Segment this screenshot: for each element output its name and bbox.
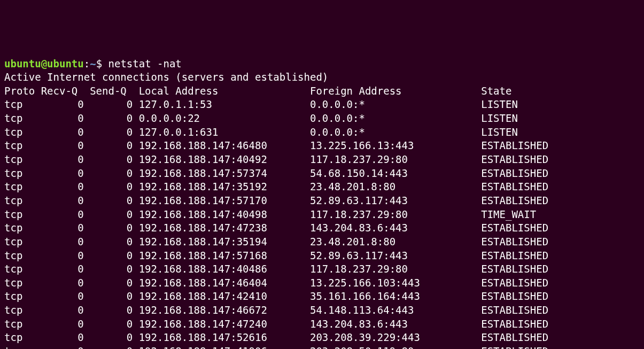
connection-row: tcp 0 0 192.168.188.147:57374 54.68.150.… <box>4 167 640 181</box>
prompt-user: ubuntu <box>4 58 41 69</box>
connection-row: tcp 0 0 192.168.188.147:46672 54.148.113… <box>4 304 640 317</box>
connection-row: tcp 0 0 192.168.188.147:42410 35.161.166… <box>4 290 640 304</box>
connection-row: tcp 0 0 192.168.188.147:57170 52.89.63.1… <box>4 194 640 208</box>
connection-row: tcp 0 0 192.168.188.147:40492 117.18.237… <box>4 153 640 167</box>
connection-row: tcp 0 0 192.168.188.147:47238 143.204.83… <box>4 221 640 235</box>
connection-row: tcp 0 0 192.168.188.147:46404 13.225.166… <box>4 276 640 290</box>
terminal-output[interactable]: ubuntu@ubuntu:~$ netstat -natActive Inte… <box>4 57 640 349</box>
columns-header: Proto Recv-Q Send-Q Local Address Foreig… <box>4 84 640 98</box>
connection-row: tcp 0 0 192.168.188.147:47240 143.204.83… <box>4 317 640 331</box>
connection-row: tcp 0 0 127.0.0.1:631 0.0.0.0:* LISTEN <box>4 126 640 139</box>
connection-row: tcp 0 0 192.168.188.147:46480 13.225.166… <box>4 139 640 153</box>
connection-row: tcp 0 0 0.0.0.0:22 0.0.0.0:* LISTEN <box>4 112 640 126</box>
prompt-at: @ <box>41 58 47 69</box>
prompt-colon: : <box>84 58 90 69</box>
command-text: netstat -nat <box>108 58 182 69</box>
connection-row: tcp 0 0 192.168.188.147:57168 52.89.63.1… <box>4 249 640 263</box>
connections-header: Active Internet connections (servers and… <box>4 71 640 84</box>
connection-row: tcp 0 0 192.168.188.147:41906 203.208.50… <box>4 345 640 349</box>
connection-row: tcp 0 0 192.168.188.147:35194 23.48.201.… <box>4 235 640 249</box>
prompt-host: ubuntu <box>47 58 84 69</box>
connection-row: tcp 0 0 192.168.188.147:40498 117.18.237… <box>4 208 640 222</box>
prompt-dollar: $ <box>96 58 108 69</box>
prompt-path: ~ <box>90 58 96 69</box>
connection-row: tcp 0 0 192.168.188.147:35192 23.48.201.… <box>4 180 640 194</box>
connection-row: tcp 0 0 127.0.1.1:53 0.0.0.0:* LISTEN <box>4 98 640 112</box>
connection-row: tcp 0 0 192.168.188.147:52616 203.208.39… <box>4 331 640 345</box>
connection-row: tcp 0 0 192.168.188.147:40486 117.18.237… <box>4 262 640 276</box>
prompt-line: ubuntu@ubuntu:~$ netstat -nat <box>4 57 640 71</box>
